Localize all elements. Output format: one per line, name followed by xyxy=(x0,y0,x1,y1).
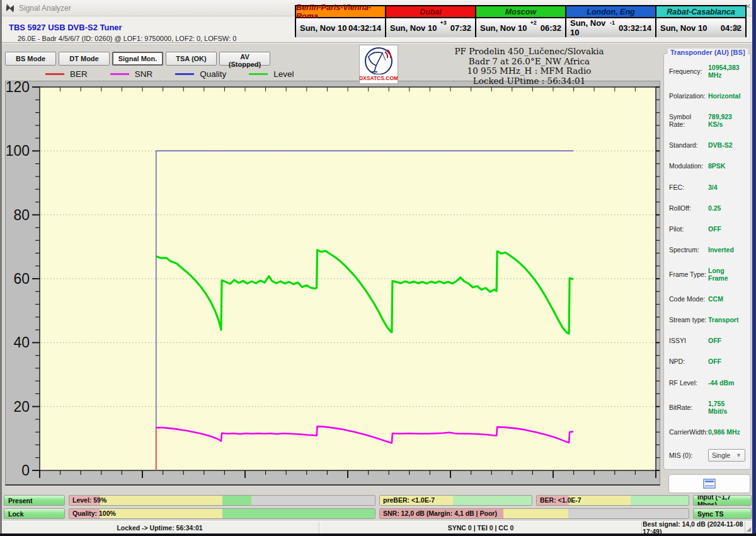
legend-line-level xyxy=(249,73,268,75)
field-value: 1,755 Mbit/s xyxy=(708,400,745,415)
field-label: Frequency: xyxy=(669,67,708,75)
clock-hhmm: 07:32 xyxy=(450,23,471,33)
svg-text:40: 40 xyxy=(13,334,30,351)
status-footer: Locked -> Uptime: 56:34:01 SYNC 0 | TEI … xyxy=(0,521,752,533)
station-header: PF Prodelin 450_Lučenec/Slovakia Badr 7 … xyxy=(403,47,655,86)
button-dt-mode[interactable]: DT Mode xyxy=(59,52,110,66)
legend-ber: BER xyxy=(45,69,88,79)
progress-bar-preber: preBER: <1.0E-7 xyxy=(379,495,532,506)
clock-city-name: Dubai xyxy=(386,6,475,18)
clock-city-name: Rabat-Casablanca xyxy=(656,6,745,18)
clock-london-eng: London, EngSun, Nov 10-103:32:14 xyxy=(566,6,655,37)
progress-bar-level: Level: 59% xyxy=(69,495,375,506)
mode-toolbar: BS ModeDT ModeSignal Mon.TSA (OK)AV (Sto… xyxy=(5,52,270,66)
transponder-row-standard: Standard:DVB-S2 xyxy=(669,141,745,149)
transponder-row-mis: MIS (0):Single▼ xyxy=(669,449,745,462)
tuner-name: TBS 5927 USB DVB-S2 Tuner xyxy=(9,23,122,32)
resize-grip[interactable]: ◢ xyxy=(745,521,752,533)
clock-value: +307:32 xyxy=(440,23,471,33)
transponder-row-pilot: Pilot:OFF xyxy=(669,225,745,233)
clock-hhmm: 06:32 xyxy=(541,23,561,33)
bar-segment xyxy=(222,496,252,505)
transponder-row-carrierwidth: CarrierWidth:0,986 MHz xyxy=(669,428,745,436)
button-tsa-ok[interactable]: TSA (OK) xyxy=(166,52,217,66)
clock-value: +206:32 xyxy=(530,23,561,33)
transponder-row-spectrum: Spectrum:Inverted xyxy=(669,246,745,253)
legend-label: Level xyxy=(273,69,294,79)
field-value: 8PSK xyxy=(708,162,725,170)
legend-label: SNR xyxy=(135,69,153,79)
legend-quality: Quality xyxy=(175,69,226,79)
legend-line-quality xyxy=(175,73,194,75)
bar-label: Quality: 100% xyxy=(72,510,116,517)
transponder-panel: Transponder (AU) [BS] Frequency:10954,38… xyxy=(663,53,751,470)
transponder-row-frame-type: Frame Type:Long Frame xyxy=(669,267,745,282)
clock-time: Sun, Nov 10-103:32:14 xyxy=(566,18,655,37)
status-badge-sync-ts: Sync TS xyxy=(693,508,752,519)
field-label: RollOff: xyxy=(669,204,708,212)
status-indicators: PresentLevel: 59%preBER: <1.0E-7BER: <1.… xyxy=(4,495,752,519)
logo-text: DXSATCS.COM xyxy=(360,75,398,81)
svg-text:60: 60 xyxy=(13,271,30,287)
field-value: Horizontal xyxy=(708,92,740,100)
window-border-bottom xyxy=(0,533,756,536)
field-label: Code Mode: xyxy=(669,295,708,303)
signal-analyzer-window: Signal Analyzer TBS 5927 USB DVB-S2 Tune… xyxy=(0,0,756,536)
mis-dropdown[interactable]: Single▼ xyxy=(708,449,745,462)
dxsatcs-logo: DXSATCS.COM xyxy=(359,45,398,84)
transponder-row-npd: NPD:OFF xyxy=(669,358,745,365)
station-line-1: PF Prodelin 450_Lučenec/Slovakia xyxy=(403,47,655,57)
field-label: Frame Type: xyxy=(669,271,708,278)
field-value: Long Frame xyxy=(708,267,745,282)
field-label: BitRate: xyxy=(669,404,708,411)
field-value: DVB-S2 xyxy=(708,141,733,149)
clock-date: Sun, Nov 10 xyxy=(300,23,346,33)
field-label: CarrierWidth: xyxy=(669,428,708,436)
clock-rabat-casablanca: Rabat-CasablancaSun, Nov 1004:32 xyxy=(656,6,745,37)
button-av-stopped[interactable]: AV (Stopped) xyxy=(219,52,270,66)
field-value: 3/4 xyxy=(708,184,718,191)
field-value: -44 dBm xyxy=(708,379,734,387)
bar-segment xyxy=(222,509,375,518)
station-line-2: Badr 7 at 26.0°E_NW Africa xyxy=(403,57,655,67)
field-label: Pilot: xyxy=(669,225,708,233)
bar-label: BER: <1.0E-7 xyxy=(540,496,581,504)
clock-value: -103:32:14 xyxy=(610,23,651,33)
transponder-row-rolloff: RollOff:0.25 xyxy=(669,204,745,212)
field-label: Standard: xyxy=(669,141,708,149)
app-icon xyxy=(6,4,14,13)
clock-city-name: Moscow xyxy=(476,6,565,18)
legend-level: Level xyxy=(249,69,294,79)
mis-selected-value: Single xyxy=(712,452,730,459)
legend-snr: SNR xyxy=(110,69,153,79)
field-value: CCM xyxy=(708,295,723,303)
field-label: Stream type: xyxy=(669,316,708,323)
log-list-button[interactable] xyxy=(668,474,750,493)
field-label: MIS (0): xyxy=(669,452,708,459)
clock-dubai: DubaiSun, Nov 10+307:32 xyxy=(386,6,475,37)
button-signal-mon[interactable]: Signal Mon. xyxy=(112,52,163,66)
transponder-row-issyi: ISSYIOFF xyxy=(669,337,745,344)
close-icon[interactable]: × xyxy=(745,2,751,11)
legend-line-snr xyxy=(110,73,129,75)
transponder-row-symbol-rate: Symbol Rate:789,923 KS/s xyxy=(669,113,745,128)
transponder-row-code-mode: Code Mode:CCM xyxy=(669,295,745,303)
svg-text:20: 20 xyxy=(13,399,30,415)
transponder-row-stream-type: Stream type:Transport xyxy=(669,316,745,323)
clock-date: Sun, Nov 10 xyxy=(390,23,437,33)
field-label: Polarization: xyxy=(669,92,708,100)
field-value: 0,986 MHz xyxy=(708,428,740,436)
utc-offset: +2 xyxy=(530,20,536,26)
field-value: Inverted xyxy=(708,246,734,253)
clock-date: Sun, Nov 10 xyxy=(570,18,610,37)
clock-hhmm: 03:32:14 xyxy=(619,23,651,33)
clock-moscow: MoscowSun, Nov 10+206:32 xyxy=(476,6,565,37)
button-bs-mode[interactable]: BS Mode xyxy=(5,52,56,66)
status-badge-input-1-7-mbps: Input (~1,7 Mbps) xyxy=(693,495,752,506)
utc-offset: +3 xyxy=(440,20,446,26)
transponder-row-polarization: Polarization:Horizontal xyxy=(669,92,745,100)
transponder-row-fec: FEC:3/4 xyxy=(669,184,745,191)
clock-value: 04:32:14 xyxy=(348,23,381,33)
progress-bar-snr: SNR: 12,0 dB (Margin: 4,1 dB | Poor) xyxy=(379,508,689,519)
bar-segment xyxy=(631,496,689,505)
